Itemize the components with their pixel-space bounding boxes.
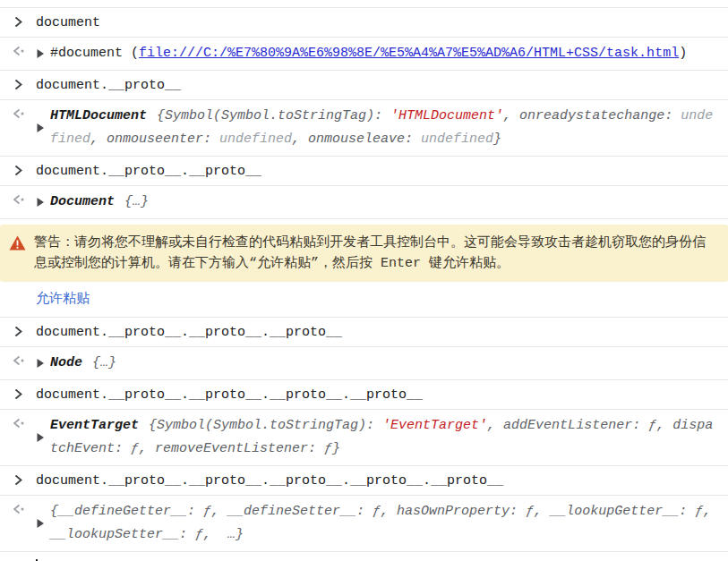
console-result-text: Document {…} bbox=[50, 191, 715, 214]
string-value: 'EventTarget' bbox=[382, 418, 487, 433]
undefined-value: undefined bbox=[421, 132, 493, 147]
console-result-text: EventTarget {Symbol(Symbol.toStringTag):… bbox=[50, 414, 715, 461]
function-glyph: ƒ bbox=[131, 441, 139, 456]
console-result-text: {__defineGetter__: ƒ, __defineSetter__: … bbox=[50, 500, 715, 547]
paren-open: ( bbox=[123, 46, 139, 61]
warning-message: 警告：请勿将您不理解或未自行检查的代码粘贴到开发者工具控制台中。这可能会导致攻击… bbox=[34, 233, 714, 274]
console-command-row: document.__proto__ bbox=[0, 71, 728, 100]
function-glyph: ƒ bbox=[324, 441, 332, 456]
function-glyph: ƒ bbox=[373, 504, 381, 519]
result-marker-icon bbox=[0, 191, 36, 205]
result-marker-icon bbox=[0, 352, 36, 366]
console-result-row: #document (file:///C:/%E7%80%9A%E6%98%8E… bbox=[0, 38, 728, 71]
document-node-label: #document bbox=[50, 46, 123, 61]
warning-triangle-icon bbox=[0, 233, 34, 251]
paren-close: ) bbox=[679, 46, 687, 61]
console-command-row: document.__proto__.__proto__ bbox=[0, 157, 728, 186]
input-chevron-icon bbox=[0, 13, 36, 28]
object-class-name: EventTarget bbox=[50, 418, 139, 433]
object-class-name: HTMLDocument bbox=[50, 108, 147, 123]
console-result-row: EventTarget {Symbol(Symbol.toStringTag):… bbox=[0, 410, 728, 466]
string-value: 'HTMLDocument' bbox=[390, 108, 503, 123]
result-marker-icon bbox=[0, 42, 36, 56]
devtools-console-log: document #document (file:///C:/%E7%80%9A… bbox=[0, 7, 728, 561]
expand-triangle-icon[interactable] bbox=[36, 197, 50, 208]
input-chevron-icon bbox=[0, 322, 36, 337]
console-result-row: HTMLDocument {Symbol(Symbol.toStringTag)… bbox=[0, 100, 728, 157]
function-glyph: ƒ bbox=[695, 504, 703, 519]
object-class-name: Node bbox=[50, 355, 82, 370]
document-file-link[interactable]: file:///C:/%E7%80%9A%E6%98%8E/%E5%A4%A7%… bbox=[139, 46, 679, 61]
console-prompt-input[interactable] bbox=[0, 552, 728, 561]
function-glyph: ƒ bbox=[526, 504, 534, 519]
console-command-row: document.__proto__.__proto__.__proto__ bbox=[0, 318, 728, 347]
expand-triangle-icon[interactable] bbox=[36, 123, 50, 133]
self-xss-warning-banner: 警告：请勿将您不理解或未自行检查的代码粘贴到开发者工具控制台中。这可能会导致攻击… bbox=[0, 225, 728, 282]
allow-paste-row: 允许粘贴 bbox=[0, 282, 728, 318]
result-marker-icon bbox=[0, 414, 36, 429]
function-glyph: ƒ bbox=[203, 504, 211, 519]
console-command-row: document.__proto__.__proto__.__proto__._… bbox=[0, 380, 728, 410]
input-chevron-icon bbox=[0, 75, 36, 90]
input-chevron-icon bbox=[0, 161, 36, 176]
console-command-row: document.__proto__.__proto__.__proto__._… bbox=[0, 466, 728, 496]
expand-triangle-icon[interactable] bbox=[36, 48, 50, 59]
console-command-text: document.__proto__.__proto__.__proto__._… bbox=[36, 471, 715, 490]
console-result-row: Node {…} bbox=[0, 347, 728, 380]
expand-triangle-icon[interactable] bbox=[36, 518, 50, 529]
expand-triangle-icon[interactable] bbox=[36, 432, 50, 443]
allow-paste-link[interactable]: 允许粘贴 bbox=[36, 292, 90, 307]
input-chevron-icon bbox=[0, 385, 36, 400]
console-command-text: document.__proto__.__proto__.__proto__._… bbox=[36, 385, 715, 404]
console-command-text: document.__proto__ bbox=[36, 75, 715, 95]
console-result-text: HTMLDocument {Symbol(Symbol.toStringTag)… bbox=[50, 105, 715, 151]
console-result-text: #document (file:///C:/%E7%80%9A%E6%98%8E… bbox=[50, 42, 715, 65]
undefined-value: undefined bbox=[219, 132, 292, 147]
console-result-row: Document {…} bbox=[0, 186, 728, 219]
result-marker-icon bbox=[0, 105, 36, 119]
expand-triangle-icon[interactable] bbox=[36, 358, 50, 369]
function-glyph: ƒ bbox=[195, 527, 203, 542]
object-class-name: Document bbox=[50, 194, 115, 209]
console-result-row: {__defineGetter__: ƒ, __defineSetter__: … bbox=[0, 496, 728, 552]
input-chevron-icon bbox=[0, 471, 36, 486]
console-command-text: document.__proto__.__proto__ bbox=[36, 161, 715, 181]
console-command-text: document bbox=[36, 13, 715, 32]
console-command-row: document bbox=[0, 7, 728, 38]
function-glyph: ƒ bbox=[648, 418, 656, 433]
console-command-text: document.__proto__.__proto__.__proto__ bbox=[36, 322, 715, 342]
console-result-text: Node {…} bbox=[50, 352, 715, 375]
result-marker-icon bbox=[0, 500, 36, 514]
